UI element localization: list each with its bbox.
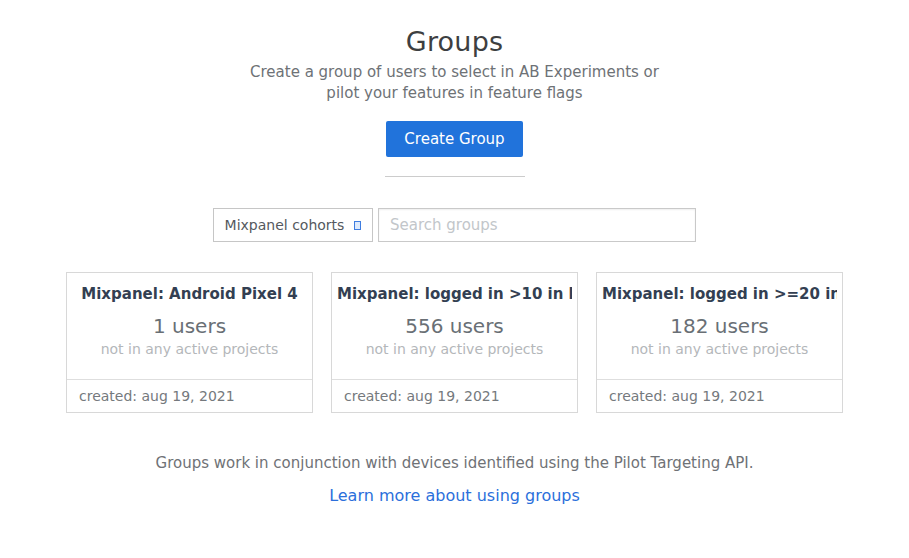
group-card-created-date: created: aug 19, 2021 xyxy=(597,379,842,412)
group-card-title: Mixpanel: Android Pixel 4 xyxy=(81,285,297,303)
subtitle-line-2: pilot your features in feature flags xyxy=(250,83,659,104)
dropdown-caret-icon xyxy=(354,221,361,230)
cohort-dropdown-selected-label: Mixpanel cohorts xyxy=(225,217,345,233)
subtitle-line-1: Create a group of users to select in AB … xyxy=(250,62,659,83)
create-group-button[interactable]: Create Group xyxy=(386,121,523,157)
footer-info-text: Groups work in conjunction with devices … xyxy=(156,454,754,472)
page-subtitle: Create a group of users to select in AB … xyxy=(250,62,659,104)
group-card-created-date: created: aug 19, 2021 xyxy=(332,379,577,412)
learn-more-link[interactable]: Learn more about using groups xyxy=(329,486,580,505)
group-card-user-count: 556 users xyxy=(405,314,504,338)
group-card-status: not in any active projects xyxy=(631,341,809,357)
header-divider xyxy=(385,176,525,177)
group-card-user-count: 182 users xyxy=(670,314,769,338)
search-groups-input[interactable] xyxy=(378,208,696,242)
groups-page: Groups Create a group of users to select… xyxy=(0,0,909,558)
group-card[interactable]: Mixpanel: logged in >=20 in last 30... 1… xyxy=(596,272,843,413)
group-card-body: Mixpanel: Android Pixel 4 1 users not in… xyxy=(67,273,312,379)
group-card-title: Mixpanel: logged in >=20 in last 30... xyxy=(602,285,837,303)
group-card-created-date: created: aug 19, 2021 xyxy=(67,379,312,412)
group-card-body: Mixpanel: logged in >=20 in last 30... 1… xyxy=(597,273,842,379)
group-card-body: Mixpanel: logged in >10 in last 30 ... 5… xyxy=(332,273,577,379)
group-cards-row: Mixpanel: Android Pixel 4 1 users not in… xyxy=(66,272,843,413)
group-card[interactable]: Mixpanel: Android Pixel 4 1 users not in… xyxy=(66,272,313,413)
group-card-status: not in any active projects xyxy=(101,341,279,357)
group-card-title: Mixpanel: logged in >10 in last 30 ... xyxy=(337,285,572,303)
controls-row: Mixpanel cohorts xyxy=(213,208,696,242)
page-title: Groups xyxy=(406,26,503,57)
group-card-user-count: 1 users xyxy=(153,314,226,338)
cohort-source-dropdown[interactable]: Mixpanel cohorts xyxy=(213,208,373,242)
group-card[interactable]: Mixpanel: logged in >10 in last 30 ... 5… xyxy=(331,272,578,413)
group-card-status: not in any active projects xyxy=(366,341,544,357)
